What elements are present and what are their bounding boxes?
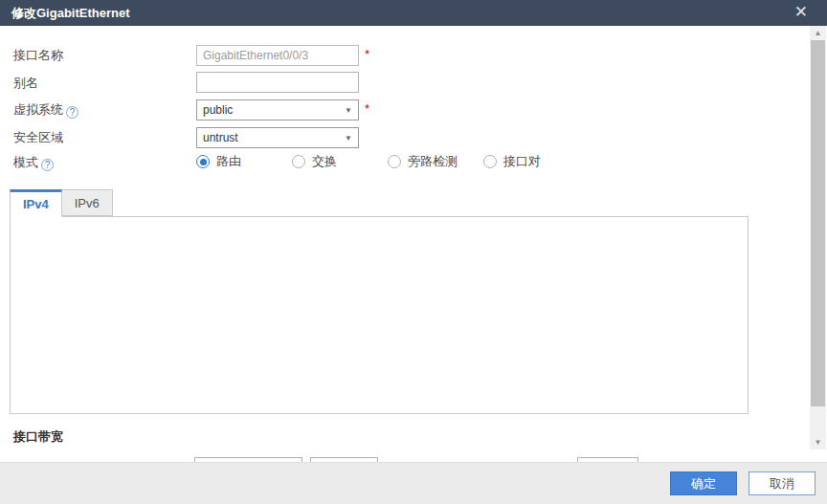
- bandwidth-section-title: 接口带宽: [13, 428, 63, 446]
- help-icon[interactable]: ?: [41, 159, 54, 171]
- required-mark: *: [365, 101, 369, 116]
- mode-radio-bypass[interactable]: 旁路检测: [388, 154, 458, 169]
- modify-interface-dialog: 修改GigabitEthernet ✕ 接口名称 * 别名 虚拟系统? publ…: [0, 0, 827, 504]
- radio-icon: [292, 155, 305, 168]
- scrollbar-thumb[interactable]: [811, 40, 825, 406]
- mode-radio-interface-pair[interactable]: 接口对: [483, 154, 541, 169]
- virtual-system-label: 虚拟系统?: [13, 102, 78, 119]
- alias-label: 别名: [13, 76, 38, 91]
- ip-version-tabs: IPv4 IPv6: [10, 189, 112, 217]
- interface-name-input[interactable]: [196, 45, 359, 66]
- chevron-down-icon: ▼: [345, 106, 352, 115]
- radio-icon: [483, 155, 497, 168]
- security-zone-value: untrust: [203, 131, 341, 144]
- ok-button[interactable]: 确定: [670, 471, 737, 495]
- scroll-up-icon[interactable]: ▲: [810, 26, 826, 40]
- virtual-system-select[interactable]: public ▼: [196, 99, 359, 121]
- tab-ipv4[interactable]: IPv4: [10, 189, 62, 217]
- radio-selected-icon: [196, 155, 210, 168]
- virtual-system-value: public: [203, 103, 341, 117]
- dialog-title: 修改GigabitEthernet: [11, 5, 130, 22]
- close-icon[interactable]: ✕: [787, 4, 816, 22]
- required-mark: *: [365, 47, 369, 61]
- chevron-down-icon: ▼: [345, 134, 352, 142]
- mode-label: 模式?: [13, 155, 54, 171]
- dialog-titlebar: 修改GigabitEthernet ✕: [0, 0, 827, 26]
- dialog-footer: 确定 取消: [0, 462, 827, 504]
- mode-radio-route[interactable]: 路由: [196, 154, 241, 169]
- security-zone-select[interactable]: untrust ▼: [196, 127, 359, 148]
- help-icon[interactable]: ?: [66, 106, 78, 119]
- tab-ipv6[interactable]: IPv6: [61, 189, 113, 216]
- scroll-down-icon[interactable]: ▼: [810, 435, 826, 449]
- mode-radio-switch[interactable]: 交换: [292, 154, 337, 169]
- interface-name-label: 接口名称: [13, 48, 63, 63]
- alias-input[interactable]: [196, 72, 359, 93]
- security-zone-label: 安全区域: [13, 130, 63, 145]
- ipv4-panel: [10, 216, 749, 414]
- cancel-button[interactable]: 取消: [749, 471, 816, 495]
- vertical-scrollbar[interactable]: ▲ ▼: [810, 26, 826, 449]
- radio-icon: [388, 155, 401, 168]
